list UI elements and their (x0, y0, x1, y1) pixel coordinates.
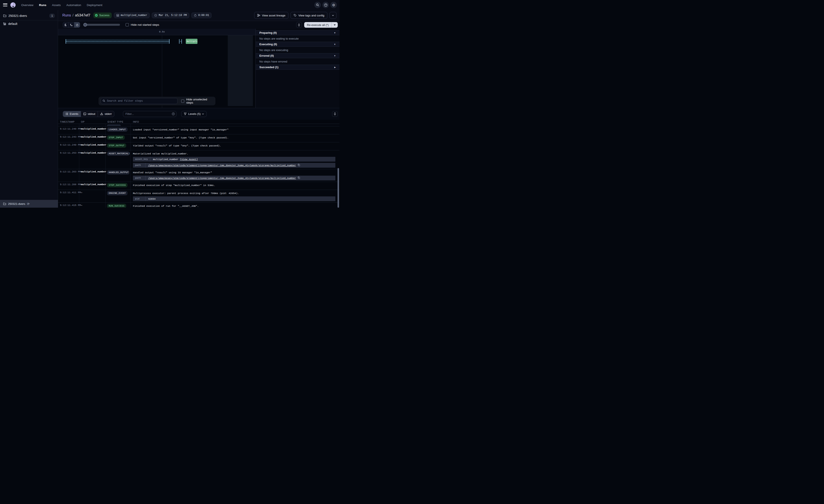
sidebar-item-job-default[interactable]: default (0, 21, 58, 27)
event-row: 5:12:11.266 PMmultiplied_numberSTEP_SUCC… (58, 182, 339, 190)
dagster-logo-icon[interactable] (10, 2, 16, 8)
event-op: multiplied_number (79, 183, 105, 188)
gantt-toolbar-right: Re-execute all (*) (296, 22, 338, 28)
header-more-chevron-button[interactable] (329, 12, 336, 19)
event-type-chip: ENGINE_EVENT (107, 191, 127, 195)
event-info-text: Loaded input "versioned_number" using in… (133, 127, 339, 132)
panel-section-title: Succeeded (1) (260, 66, 279, 69)
sidebar-divider (0, 20, 58, 20)
event-row: 5:12:11.249 PMmultiplied_numberSTEP_OUTP… (58, 142, 339, 150)
gantt-toolbar: Hide not started steps Re-execute all (*… (58, 21, 339, 29)
nav-link-deployment[interactable]: Deployment (87, 3, 102, 7)
event-type-cell: ENGINE_EVENT (105, 191, 130, 201)
view-asset-link[interactable]: [View Asset] (180, 158, 198, 161)
event-op: multiplied_number (79, 127, 105, 133)
panel-section-title: Errored (0) (260, 54, 274, 57)
event-type-cell: STEP_SUCCESS (105, 183, 130, 188)
panel-section-header-0[interactable]: Preparing (0)▼ (256, 30, 339, 35)
log-tabs: Events stdout stderr (63, 111, 114, 117)
path-link[interactable]: /Users/smackesey/stm/code/elementl/exper… (148, 164, 296, 167)
metadata-entry-pid: pid42654 (133, 197, 335, 201)
nav-link-automation[interactable]: Automation (67, 3, 81, 7)
chevron-up-icon (334, 113, 336, 114)
hide-unselected-checkbox[interactable]: Hide unselected steps (181, 98, 213, 104)
metadata-key: asset_key (133, 157, 150, 161)
step-search-input[interactable] (101, 98, 178, 104)
filter-clear-icon[interactable] (172, 112, 175, 116)
event-row: 5:12:11.415 PM-RUN_SUCCESSFinished execu… (58, 203, 339, 208)
breadcrumb-runs-link[interactable]: Runs (62, 13, 71, 17)
repo-label: 250321-dvers (8, 14, 27, 17)
hide-not-started-checkbox[interactable]: Hide not started steps (125, 23, 159, 26)
hamburger-menu-icon[interactable] (3, 3, 7, 6)
footer-repo-label: 250321-dvers (8, 202, 25, 206)
nav-link-overview[interactable]: Overview (21, 3, 33, 7)
event-op: multiplied_number (79, 170, 105, 180)
caret-down-icon (334, 24, 336, 26)
view-timed-icon[interactable] (74, 22, 80, 27)
run-id: a5347ef7 (75, 13, 90, 17)
view-waterfall-icon[interactable] (69, 22, 74, 27)
nav-links: OverviewRunsAssetsAutomationDeployment (21, 3, 102, 7)
partial-scrolled-row (58, 124, 339, 126)
event-row: 5:12:11.263 PMmultiplied_numberHANDLED_O… (58, 169, 339, 182)
nav-link-assets[interactable]: Assets (52, 3, 61, 7)
col-timestamp: TIMESTAMP (58, 120, 79, 124)
event-op: - (79, 191, 105, 201)
gantt-timeline: 0.5s (58, 29, 255, 35)
gantt-expand-button[interactable] (296, 22, 302, 28)
view-asset-lineage-button[interactable]: View asset lineage (254, 12, 288, 19)
log-filter-input[interactable] (123, 111, 177, 117)
panel-section-header-3[interactable]: Succeeded (1)▶ (256, 65, 339, 70)
tag-asset: multiplied_number (114, 13, 149, 18)
view-tags-config-button[interactable]: View tags and config (291, 12, 327, 19)
zoom-slider-track[interactable] (83, 24, 120, 26)
job-icon (3, 22, 6, 25)
event-info-cell: Got input "versioned_number" of type "An… (130, 135, 339, 141)
view-flat-icon[interactable] (63, 22, 69, 27)
gantt-light-band (228, 35, 253, 106)
status-badge: Success (93, 13, 111, 18)
event-type-cell: ASSET_MATERIALI… (105, 151, 130, 168)
clipped-chip (107, 124, 121, 126)
tag-icon (294, 14, 297, 17)
event-info-text: Finished execution of run for "__ASSET_J… (133, 204, 339, 208)
sidebar-item-repo[interactable]: 250321-dvers 1 (0, 12, 58, 20)
col-op: OP (79, 120, 105, 124)
event-info-cell: Loaded input "versioned_number" using in… (130, 127, 339, 133)
reexecute-dropdown-caret[interactable] (332, 22, 338, 28)
refresh-icon[interactable]: ⟳ (27, 202, 30, 206)
tab-stdout[interactable]: stdout (81, 111, 98, 117)
help-icon[interactable] (322, 2, 329, 8)
event-timestamp: 5:12:11.411 PM (58, 191, 79, 201)
event-row: 5:12:11.240 PMmultiplied_numberLOADED_IN… (58, 126, 339, 134)
events-toolbar: Events stdout stderr Levels (5 (58, 108, 339, 120)
reexecute-all-button[interactable]: Re-execute all (*) (304, 22, 338, 28)
search-icon (102, 99, 105, 103)
chevron-down-icon (298, 25, 300, 26)
event-type-cell: LOADED_INPUT (105, 127, 130, 133)
zoom-slider-knob[interactable] (83, 23, 87, 27)
events-expand-button[interactable] (332, 111, 338, 117)
panel-section-header-2[interactable]: Errored (0)▼ (256, 53, 339, 58)
gantt-waiting-span[interactable] (66, 39, 170, 44)
path-link[interactable]: /Users/smackesey/stm/code/elementl/exper… (148, 177, 296, 179)
event-info-text: Materialized value multiplied_number. (133, 151, 339, 155)
chevron-down-icon: ▼ (334, 43, 336, 45)
settings-gear-icon[interactable]: ⚙ (330, 2, 337, 8)
event-row: 5:12:11.411 PM-ENGINE_EVENTMultiprocess … (58, 190, 339, 203)
events-scrollbar-thumb[interactable] (337, 168, 339, 208)
events-table-body: 5:12:11.240 PMmultiplied_numberLOADED_IN… (58, 124, 339, 208)
gantt-step-bar[interactable]: multipli… (186, 39, 197, 44)
nav-link-runs[interactable]: Runs (39, 3, 46, 7)
metadata-key: path (133, 176, 145, 180)
tab-events[interactable]: Events (63, 111, 81, 117)
stopwatch-icon (194, 14, 197, 17)
tab-stderr[interactable]: stderr (98, 111, 114, 117)
copy-icon[interactable] (298, 163, 300, 167)
levels-filter-button[interactable]: Levels (5) (181, 111, 207, 117)
panel-section-header-1[interactable]: Executing (0)▼ (256, 42, 339, 47)
search-icon[interactable] (314, 2, 321, 8)
checkbox-icon (125, 23, 129, 26)
copy-icon[interactable] (298, 176, 300, 180)
